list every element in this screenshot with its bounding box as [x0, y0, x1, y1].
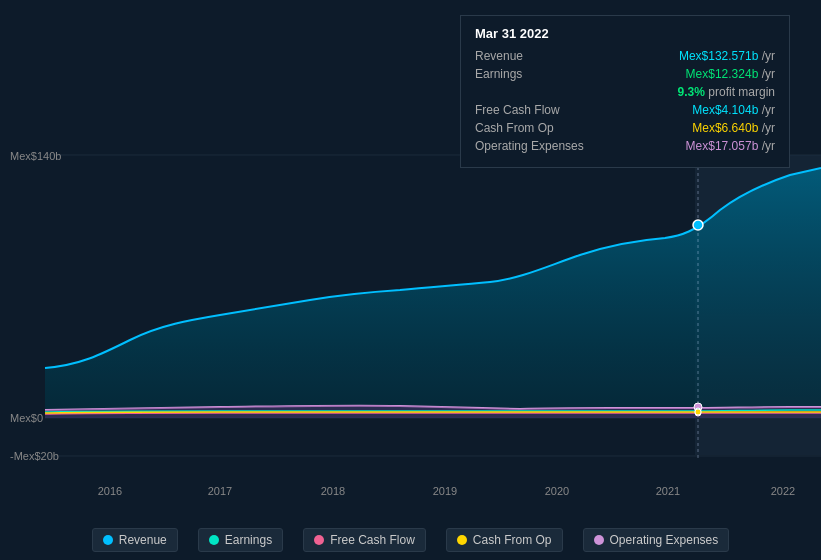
tooltip-value-cashfromop: Mex$6.640b /yr	[692, 121, 775, 135]
tooltip-row-revenue: Revenue Mex$132.571b /yr	[475, 49, 775, 63]
legend-item-earnings[interactable]: Earnings	[198, 528, 283, 552]
legend-item-opex[interactable]: Operating Expenses	[583, 528, 730, 552]
tooltip-label-cashfromop: Cash From Op	[475, 121, 554, 135]
tooltip-label-fcf: Free Cash Flow	[475, 103, 560, 117]
tooltip-title: Mar 31 2022	[475, 26, 775, 41]
tooltip-row-fcf: Free Cash Flow Mex$4.104b /yr	[475, 103, 775, 117]
legend-label-fcf: Free Cash Flow	[330, 533, 415, 547]
tooltip: Mar 31 2022 Revenue Mex$132.571b /yr Ear…	[460, 15, 790, 168]
chart-legend: Revenue Earnings Free Cash Flow Cash Fro…	[0, 528, 821, 552]
legend-item-fcf[interactable]: Free Cash Flow	[303, 528, 426, 552]
svg-point-10	[695, 409, 701, 415]
svg-text:2020: 2020	[545, 485, 569, 497]
svg-text:-Mex$20b: -Mex$20b	[10, 450, 59, 462]
legend-label-earnings: Earnings	[225, 533, 272, 547]
legend-label-cashfromop: Cash From Op	[473, 533, 552, 547]
svg-text:2018: 2018	[321, 485, 345, 497]
svg-text:2022: 2022	[771, 485, 795, 497]
legend-item-revenue[interactable]: Revenue	[92, 528, 178, 552]
legend-dot-opex	[594, 535, 604, 545]
legend-dot-earnings	[209, 535, 219, 545]
tooltip-row-profit-margin: 9.3% profit margin	[475, 85, 775, 99]
tooltip-label-opex: Operating Expenses	[475, 139, 584, 153]
legend-item-cashfromop[interactable]: Cash From Op	[446, 528, 563, 552]
svg-text:2019: 2019	[433, 485, 457, 497]
tooltip-label-revenue: Revenue	[475, 49, 523, 63]
tooltip-row-opex: Operating Expenses Mex$17.057b /yr	[475, 139, 775, 153]
tooltip-profit-margin: 9.3% profit margin	[678, 85, 775, 99]
legend-dot-cashfromop	[457, 535, 467, 545]
tooltip-value-fcf: Mex$4.104b /yr	[692, 103, 775, 117]
svg-text:2017: 2017	[208, 485, 232, 497]
tooltip-value-earnings: Mex$12.324b /yr	[686, 67, 775, 81]
svg-text:2016: 2016	[98, 485, 122, 497]
tooltip-value-revenue: Mex$132.571b /yr	[679, 49, 775, 63]
legend-dot-fcf	[314, 535, 324, 545]
legend-label-revenue: Revenue	[119, 533, 167, 547]
svg-text:Mex$0: Mex$0	[10, 412, 43, 424]
tooltip-row-cashfromop: Cash From Op Mex$6.640b /yr	[475, 121, 775, 135]
tooltip-value-opex: Mex$17.057b /yr	[686, 139, 775, 153]
legend-label-opex: Operating Expenses	[610, 533, 719, 547]
tooltip-label-earnings: Earnings	[475, 67, 522, 81]
svg-text:Mex$140b: Mex$140b	[10, 150, 61, 162]
legend-dot-revenue	[103, 535, 113, 545]
svg-point-6	[693, 220, 703, 230]
tooltip-row-earnings: Earnings Mex$12.324b /yr	[475, 67, 775, 81]
svg-text:2021: 2021	[656, 485, 680, 497]
